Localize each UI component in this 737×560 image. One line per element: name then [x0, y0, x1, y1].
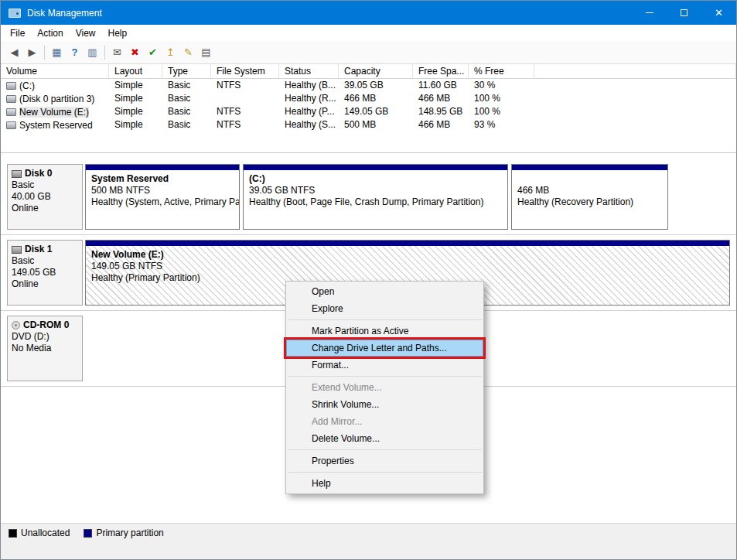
volume-pct-free: 30 %: [469, 79, 534, 92]
partition-title: System Reserved: [91, 173, 234, 185]
partition-title: New Volume (E:): [91, 249, 724, 261]
partition-status: Healthy (Recovery Partition): [517, 196, 662, 208]
partition-recovery[interactable]: 466 MB Healthy (Recovery Partition): [511, 164, 668, 230]
volume-name: (Disk 0 partition 3): [19, 94, 94, 104]
delete-volume-icon[interactable]: ✖: [126, 44, 144, 61]
minimize-icon: [646, 12, 653, 13]
disk-management-window: Disk Management ✕ File Action View Help …: [0, 0, 737, 560]
disk-status: Online: [12, 203, 78, 214]
window-title: Disk Management: [27, 8, 102, 19]
cd-rom-icon: [12, 321, 20, 330]
menubar: File Action View Help: [1, 25, 736, 41]
unallocated-swatch-icon: [9, 529, 17, 538]
back-arrow-icon[interactable]: ◀: [5, 44, 23, 61]
window-controls: ✕: [632, 1, 736, 25]
app-disk-icon: [9, 9, 21, 18]
menu-item-extend-volume[interactable]: Extend Volume...: [286, 379, 483, 396]
properties-pane-icon[interactable]: ▥: [84, 44, 101, 61]
column-header-type[interactable]: Type: [162, 64, 211, 79]
partition-c-drive[interactable]: (C:) 39.05 GB NTFS Healthy (Boot, Page F…: [243, 164, 508, 230]
menu-action[interactable]: Action: [31, 26, 69, 41]
disk-row-disk0: Disk 0 Basic 40.00 GB Online System Rese…: [1, 159, 736, 235]
volume-list-header: Volume Layout Type File System Status Ca…: [1, 64, 736, 79]
volume-capacity: 500 MB: [339, 118, 413, 131]
clipboard-list-icon[interactable]: ▤: [197, 44, 215, 61]
check-mark-icon[interactable]: ✔: [144, 44, 162, 61]
menu-item-open[interactable]: Open: [286, 283, 483, 300]
partition-size: 149.05 GB NTFS: [91, 261, 724, 272]
column-header-free-space[interactable]: Free Spa...: [413, 64, 469, 79]
menu-item-explore[interactable]: Explore: [286, 300, 483, 317]
disk-size: 40.00 GB: [12, 191, 78, 203]
close-button[interactable]: ✕: [701, 1, 736, 25]
primary-partition-swatch-icon: [84, 529, 92, 538]
disk0-header[interactable]: Disk 0 Basic 40.00 GB Online: [7, 164, 83, 230]
disk-type: Basic: [12, 255, 78, 267]
menu-help[interactable]: Help: [102, 26, 134, 41]
disk0-partitions: System Reserved 500 MB NTFS Healthy (Sys…: [85, 164, 730, 230]
forward-arrow-icon[interactable]: ▶: [23, 44, 41, 61]
volume-type: Basic: [162, 92, 211, 105]
column-header-volume[interactable]: Volume: [1, 64, 109, 79]
volume-layout: Simple: [109, 105, 162, 118]
volume-capacity: 39.05 GB: [339, 79, 413, 92]
volume-free-space: 148.95 GB: [413, 105, 469, 118]
column-header-layout[interactable]: Layout: [109, 64, 162, 79]
menu-item-add-mirror[interactable]: Add Mirror...: [286, 413, 483, 430]
column-header-file-system[interactable]: File System: [211, 64, 279, 79]
help-icon[interactable]: ?: [66, 44, 84, 61]
column-header-pct-free[interactable]: % Free: [469, 64, 534, 79]
menu-item-shrink-volume[interactable]: Shrink Volume...: [286, 396, 483, 413]
menu-item-mark-partition-active[interactable]: Mark Partition as Active: [286, 323, 483, 340]
disk-name: Disk 1: [25, 244, 52, 255]
volume-row-new-volume-e[interactable]: New Volume (E:) Simple Basic NTFS Health…: [1, 105, 736, 118]
hard-disk-icon: [12, 170, 22, 178]
hard-disk-icon: [12, 246, 22, 254]
volume-free-space: 466 MB: [413, 118, 469, 131]
volume-type: Basic: [162, 79, 211, 92]
primary-partition-color-bar: [244, 165, 507, 170]
volume-icon: [6, 108, 16, 116]
speech-bubble-icon[interactable]: ✉: [108, 44, 126, 61]
partition-system-reserved[interactable]: System Reserved 500 MB NTFS Healthy (Sys…: [85, 164, 240, 230]
disk1-header[interactable]: Disk 1 Basic 149.05 GB Online: [7, 240, 83, 306]
menu-file[interactable]: File: [4, 26, 31, 41]
pencil-edit-icon[interactable]: ✎: [179, 44, 197, 61]
volume-free-space: 466 MB: [413, 92, 469, 105]
menu-separator: [288, 376, 482, 377]
menu-item-properties[interactable]: Properties: [286, 452, 483, 470]
volume-row-system-reserved[interactable]: System Reserved Simple Basic NTFS Health…: [1, 118, 736, 131]
column-header-status[interactable]: Status: [279, 64, 339, 79]
menu-item-format[interactable]: Format...: [286, 357, 483, 374]
menu-item-change-drive-letter-and-paths[interactable]: Change Drive Letter and Paths...: [286, 340, 483, 357]
menu-item-delete-volume[interactable]: Delete Volume...: [286, 430, 483, 447]
volume-row-disk0-partition3[interactable]: (Disk 0 partition 3) Simple Basic Health…: [1, 92, 736, 105]
primary-partition-color-bar: [86, 241, 729, 246]
partition-title: (C:): [249, 173, 502, 185]
volume-icon: [6, 82, 16, 90]
menu-view[interactable]: View: [70, 26, 102, 41]
legend-label: Unallocated: [21, 528, 70, 538]
partition-size: 500 MB NTFS: [91, 185, 234, 196]
menu-item-help[interactable]: Help: [286, 475, 483, 492]
titlebar: Disk Management ✕: [1, 1, 736, 25]
volume-layout: Simple: [109, 92, 162, 105]
partition-title: [517, 173, 662, 185]
partition-status: Healthy (System, Active, Primary Pa: [91, 196, 234, 208]
maximize-button[interactable]: [667, 1, 701, 25]
volume-file-system: NTFS: [211, 118, 279, 131]
partition-size: 466 MB: [517, 185, 662, 196]
menu-separator: [288, 449, 482, 450]
toolbar-separator: [104, 46, 105, 60]
column-header-filler: [534, 64, 736, 79]
volume-pct-free: 93 %: [469, 118, 534, 131]
volume-name: New Volume (E:): [19, 107, 89, 118]
up-arrow-folder-icon[interactable]: ↥: [162, 44, 179, 61]
volume-row-c[interactable]: (C:) Simple Basic NTFS Healthy (B... 39.…: [1, 79, 736, 92]
column-header-capacity[interactable]: Capacity: [339, 64, 413, 79]
console-tree-icon[interactable]: ▦: [48, 44, 66, 61]
minimize-button[interactable]: [632, 1, 667, 25]
partition-size: 39.05 GB NTFS: [249, 185, 502, 196]
disk-name: Disk 0: [25, 168, 52, 179]
cdrom0-header[interactable]: CD-ROM 0 DVD (D:) No Media: [7, 316, 83, 381]
